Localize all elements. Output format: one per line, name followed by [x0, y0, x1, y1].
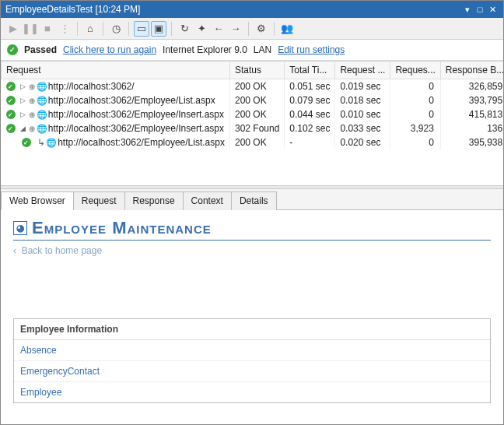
folder-icon[interactable]: ▣: [151, 21, 166, 37]
request-url: http://localhost:3062/Employee/Insert.as…: [48, 109, 224, 120]
step-icon: ⋮: [57, 21, 72, 37]
run-again-link[interactable]: Click here to run again: [63, 44, 156, 55]
cell-status: 200 OK: [229, 135, 284, 149]
tab-web-browser[interactable]: Web Browser: [1, 191, 74, 210]
people-icon[interactable]: 👥: [279, 21, 295, 37]
tab-request[interactable]: Request: [73, 191, 125, 210]
separator: [77, 22, 78, 36]
col-request-time[interactable]: Request ...: [335, 61, 390, 79]
play-icon: ▶: [5, 21, 21, 37]
request-grid: Request Status Total Ti... Request ... R…: [1, 61, 504, 149]
status-bar: ✓ Passed Click here to run again Interne…: [1, 40, 503, 61]
col-status[interactable]: Status: [229, 61, 284, 79]
table-row[interactable]: ✓ ▷⊕🌐 http://localhost:3062/Employee/Lis…: [2, 93, 505, 107]
web-browser-pane: ◕ Employee Maintenance ‹ Back to home pa…: [1, 210, 503, 413]
back-arrow-icon: ‹: [13, 245, 16, 256]
col-request[interactable]: Request: [2, 61, 230, 79]
cell-status: 200 OK: [229, 79, 284, 94]
section-header: Employee Information: [14, 319, 490, 340]
cell-req: 0.018 sec: [335, 93, 390, 107]
cell-reqb: 0: [390, 107, 440, 121]
expander-icon[interactable]: ▷: [19, 111, 27, 118]
cell-resb: 326,859: [440, 79, 504, 94]
section-item-absence[interactable]: Absence: [14, 340, 490, 361]
check-icon: ✓: [22, 138, 31, 147]
link-icon[interactable]: ⊕: [28, 125, 36, 133]
cell-req: 0.010 sec: [335, 107, 390, 121]
network-label: LAN: [254, 44, 271, 55]
cell-total: 0.079 sec: [285, 93, 335, 107]
cell-total: 0.044 sec: [285, 107, 335, 121]
col-response-bytes[interactable]: Response B...: [440, 61, 504, 79]
check-icon: ✓: [7, 44, 18, 55]
table-row[interactable]: ✓ ▷⊕🌐 http://localhost:3062/Employee/Ins…: [2, 107, 505, 121]
close-icon[interactable]: ✕: [486, 1, 499, 18]
globe-icon: 🌐: [46, 137, 57, 148]
expander-icon[interactable]: ▷: [19, 97, 27, 104]
tab-response[interactable]: Response: [124, 191, 184, 210]
detail-tabs: Web Browser Request Response Context Det…: [1, 189, 503, 210]
separator: [274, 22, 275, 36]
page-title: ◕ Employee Maintenance: [13, 218, 491, 241]
page-logo-icon: ◕: [13, 221, 27, 235]
back-link[interactable]: ‹ Back to home page: [13, 245, 491, 256]
cell-status: 200 OK: [229, 107, 284, 121]
stop-icon: ■: [40, 21, 55, 37]
link-icon[interactable]: ⊕: [28, 97, 36, 105]
section-item-employee[interactable]: Employee: [14, 382, 490, 402]
page-title-text: Employee Maintenance: [32, 218, 212, 238]
request-url: http://localhost:3062/: [48, 81, 135, 92]
expander-icon[interactable]: ◢: [19, 125, 27, 132]
col-total-time[interactable]: Total Ti...: [285, 61, 335, 79]
col-request-bytes[interactable]: Reques...: [390, 61, 440, 79]
dropdown-icon[interactable]: ▾: [461, 1, 474, 18]
clock-icon[interactable]: ◷: [108, 21, 124, 37]
redirect-icon: ↳: [37, 137, 45, 148]
globe-icon: 🌐: [37, 109, 47, 120]
separator: [103, 22, 103, 36]
cell-resb: 415,813: [440, 107, 504, 121]
cell-req: 0.019 sec: [335, 79, 390, 94]
back-link-text: Back to home page: [22, 245, 102, 256]
tab-details[interactable]: Details: [231, 191, 277, 210]
gear-icon[interactable]: ⚙: [254, 21, 269, 37]
separator: [128, 22, 129, 36]
cell-reqb: 3,923: [390, 121, 440, 135]
window-title: EmployeeDetailsTest [10:24 PM]: [5, 1, 461, 18]
cell-reqb: 0: [390, 79, 440, 94]
link-icon[interactable]: ⊕: [28, 83, 36, 91]
check-icon: ✓: [6, 82, 16, 91]
table-row[interactable]: ✓ ↳🌐 http://localhost:3062/Employee/List…: [2, 135, 505, 149]
forward-icon[interactable]: →: [228, 21, 243, 37]
cell-reqb: 0: [390, 93, 440, 107]
link-icon[interactable]: ⊕: [28, 111, 36, 119]
section-item-emergency[interactable]: EmergencyContact: [14, 361, 490, 382]
pause-icon: ❚❚: [23, 21, 38, 37]
browser-label: Internet Explorer 9.0: [163, 44, 247, 55]
expander-icon[interactable]: ▷: [19, 83, 27, 90]
cell-reqb: 0: [390, 135, 440, 149]
edit-settings-link[interactable]: Edit run settings: [278, 44, 345, 55]
toolbar: ▶ ❚❚ ■ ⋮ ⌂ ◷ ▭ ▣ ↻ ✦ ← → ⚙ 👥: [1, 18, 503, 40]
table-row[interactable]: ✓ ▷⊕🌐 http://localhost:3062/200 OK0.051 …: [2, 79, 505, 94]
cell-total: 0.051 sec: [285, 79, 335, 94]
cell-req: 0.020 sec: [335, 135, 390, 149]
check-icon: ✓: [6, 124, 16, 133]
maximize-icon[interactable]: □: [474, 1, 486, 18]
table-row[interactable]: ✓ ◢⊕🌐 http://localhost:3062/Employee/Ins…: [2, 121, 505, 135]
bolt-icon[interactable]: ✦: [194, 21, 209, 37]
cell-req: 0.033 sec: [335, 121, 390, 135]
cell-status: 200 OK: [229, 93, 284, 107]
home-icon[interactable]: ⌂: [82, 21, 98, 37]
window-icon[interactable]: ▭: [134, 21, 149, 37]
refresh-icon[interactable]: ↻: [177, 21, 192, 37]
request-url: http://localhost:3062/Employee/Insert.as…: [48, 123, 224, 134]
cell-total: 0.102 sec: [285, 121, 335, 135]
globe-icon: 🌐: [37, 81, 47, 92]
titlebar: EmployeeDetailsTest [10:24 PM] ▾ □ ✕: [1, 1, 503, 18]
globe-icon: 🌐: [37, 95, 47, 106]
separator: [248, 22, 249, 36]
tab-context[interactable]: Context: [183, 191, 232, 210]
check-icon: ✓: [6, 96, 16, 105]
back-icon[interactable]: ←: [211, 21, 226, 37]
